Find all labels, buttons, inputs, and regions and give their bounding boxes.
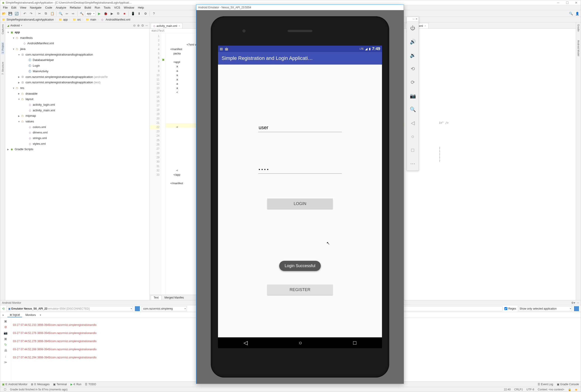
- tree-pkg-main[interactable]: ▼⊟com.razormist.simpleregistrationandlog…: [5, 52, 150, 57]
- tab-logcat[interactable]: ≣ logcat: [8, 313, 22, 317]
- tool-android-monitor[interactable]: ▣6: Android Monitor: [2, 383, 27, 386]
- maximize-button[interactable]: ☐: [564, 1, 570, 4]
- lock-icon[interactable]: 🔒: [568, 388, 571, 391]
- menu-tools[interactable]: Tools: [102, 5, 112, 10]
- tree-java[interactable]: ▼🗀java: [5, 46, 150, 52]
- password-input[interactable]: [258, 166, 342, 174]
- open-icon[interactable]: 📂: [1, 11, 6, 16]
- tree-gradle-scripts[interactable]: ▶◉Gradle Scripts: [5, 147, 150, 152]
- tree-values-file[interactable]: ◇colors.xml: [5, 124, 150, 130]
- tree-app[interactable]: ▼▣app: [5, 29, 150, 35]
- username-input[interactable]: [258, 123, 342, 132]
- profile-icon[interactable]: ▶: [109, 11, 114, 16]
- menu-navigate[interactable]: Navigate: [28, 5, 43, 10]
- avd-icon[interactable]: 📱: [130, 11, 136, 16]
- caret-position[interactable]: 22:40: [504, 388, 511, 391]
- tab-merged-manifest[interactable]: Merged Manifes: [162, 295, 187, 300]
- tree-values-file[interactable]: ◇styles.xml: [5, 141, 150, 147]
- project-view-mode[interactable]: Android: [10, 24, 20, 27]
- breadcrumb-item[interactable]: SimpleRegistrationandLoginApplication: [6, 18, 54, 21]
- tab-gradle[interactable]: Gradle: [577, 23, 580, 32]
- project-tree[interactable]: ▼▣app ▼🗀manifests ◇AndroidManifest.xml ▼…: [5, 29, 150, 300]
- tree-res[interactable]: ▼🗀res: [5, 85, 150, 91]
- search-everywhere-icon[interactable]: 🔍: [568, 11, 574, 16]
- menu-help[interactable]: Help: [136, 5, 146, 10]
- tool-messages[interactable]: ⊞0: Messages: [31, 383, 50, 386]
- target-icon[interactable]: ⊕: [137, 24, 140, 27]
- tree-pkg-test[interactable]: ▶⊟com.razormist.simpleregistrationandlog…: [5, 80, 150, 85]
- rotate-left-icon[interactable]: ⟲: [407, 62, 418, 76]
- login-button[interactable]: LOGIN: [267, 198, 333, 209]
- zoom-icon[interactable]: 🔍: [407, 103, 418, 116]
- menu-view[interactable]: View: [18, 5, 28, 10]
- breadcrumb-item[interactable]: app: [63, 18, 68, 21]
- file-encoding[interactable]: UTF-8: [526, 388, 534, 391]
- back-icon[interactable]: ⇦: [64, 11, 70, 16]
- regex-check-input[interactable]: [504, 307, 507, 310]
- home-icon[interactable]: ○: [407, 130, 418, 143]
- back-icon[interactable]: ◁: [407, 116, 418, 130]
- tool-run[interactable]: ▶4: Run: [70, 383, 81, 386]
- menu-vcs[interactable]: VCS: [112, 5, 122, 10]
- collapse-icon[interactable]: ⊖: [133, 24, 136, 27]
- make-icon[interactable]: 🔨: [79, 11, 84, 16]
- breadcrumb-item[interactable]: src: [77, 18, 81, 21]
- emulator-titlebar[interactable]: Android Emulator - Nexus_5X_API_23:5554: [196, 5, 404, 10]
- tool-todo[interactable]: ☰TODO: [85, 383, 96, 386]
- run-icon[interactable]: ▶: [96, 11, 102, 16]
- tree-class[interactable]: ⒸLogin: [5, 63, 150, 69]
- tree-layout-file[interactable]: ◇activity_main.xml: [5, 108, 150, 113]
- menu-run[interactable]: Run: [93, 5, 102, 10]
- minimize-button[interactable]: ─: [556, 1, 561, 4]
- dropdown-icon[interactable]: ▾: [21, 24, 22, 27]
- run-config-select[interactable]: app: [85, 11, 96, 16]
- back-button[interactable]: ◁: [244, 340, 248, 346]
- tab-menu-icon[interactable]: ▾: [40, 313, 41, 317]
- user-icon[interactable]: 👤: [574, 11, 580, 16]
- tree-layout[interactable]: ▼🗀layout: [5, 96, 150, 102]
- tree-mipmap[interactable]: ▶🗀mipmap: [5, 113, 150, 119]
- stop-icon[interactable]: ■: [122, 11, 127, 16]
- breadcrumb-item[interactable]: main: [90, 18, 96, 21]
- tree-values-file[interactable]: ◇strings.xml: [5, 135, 150, 141]
- tool-event-log[interactable]: ☰Event Log: [538, 383, 553, 386]
- tree-pkg-androidtest[interactable]: ▶⊟com.razormist.simpleregistrationandlog…: [5, 74, 150, 80]
- menu-file[interactable]: File: [1, 5, 10, 10]
- tree-drawable[interactable]: ▶🗀drawable: [5, 91, 150, 97]
- overview-button[interactable]: □: [353, 340, 356, 346]
- tree-values-file[interactable]: ◇dimens.xml: [5, 130, 150, 135]
- tab-captures[interactable]: Captures: [1, 23, 4, 35]
- project-structure-icon[interactable]: ⚙: [143, 11, 148, 16]
- restart-icon[interactable]: ↻: [4, 342, 8, 347]
- sync-icon[interactable]: 🔄: [14, 11, 19, 16]
- close-button[interactable]: ✕: [574, 1, 579, 4]
- clear-icon[interactable]: ⊘: [4, 325, 8, 329]
- device-select[interactable]: ▣ Emulator Nexus_5X_API_23 emulator-5554…: [6, 306, 133, 311]
- copy-icon[interactable]: ⧉: [43, 11, 48, 16]
- scroll-icon[interactable]: ▣: [4, 319, 8, 323]
- rotate-right-icon[interactable]: ⟳: [407, 76, 418, 89]
- tab-monitors[interactable]: Monitors: [23, 313, 38, 317]
- filter-select[interactable]: Show only selected application: [518, 306, 572, 311]
- cut-icon[interactable]: ✂: [37, 11, 42, 16]
- sdk-icon[interactable]: ⬇: [136, 11, 142, 16]
- menu-analyze[interactable]: Analyze: [54, 5, 68, 10]
- restart-icon[interactable]: ⏵: [2, 313, 5, 317]
- minimize-icon[interactable]: ─: [412, 17, 414, 21]
- close-tab-icon[interactable]: ×: [178, 24, 180, 27]
- hide-icon[interactable]: ─: [146, 24, 148, 27]
- breadcrumb-item[interactable]: AndroidManifest.xml: [106, 18, 130, 21]
- power-icon[interactable]: ⏻: [407, 21, 418, 35]
- help-icon[interactable]: ?: [151, 11, 156, 16]
- tree-layout-file[interactable]: ◇activity_login.xml: [5, 102, 150, 108]
- line-ending[interactable]: CRLF‡: [514, 388, 523, 391]
- tree-manifest-file[interactable]: ◇AndroidManifest.xml: [5, 41, 150, 46]
- tool-gradle-console[interactable]: ▣Gradle Console: [557, 383, 579, 386]
- settings-icon[interactable]: ⚙▾: [571, 301, 575, 304]
- hide-icon[interactable]: ─: [577, 301, 579, 304]
- paste-icon[interactable]: 📋: [50, 11, 55, 16]
- menu-edit[interactable]: Edit: [10, 5, 18, 10]
- volume-up-icon[interactable]: 🔊: [407, 35, 418, 48]
- regex-checkbox[interactable]: Regex: [504, 307, 516, 310]
- redo-icon[interactable]: ↷: [28, 11, 34, 16]
